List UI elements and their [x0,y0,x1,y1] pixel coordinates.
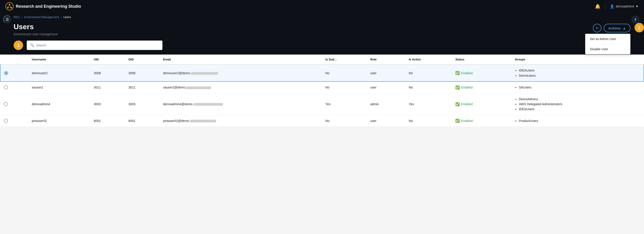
cell-role: admin [366,93,405,115]
cell-uid: 8001 [90,115,125,126]
page-header: Users Environment user management ↻ Acti… [0,19,644,40]
col-issudo[interactable]: Is Sud... [322,54,366,64]
col-status[interactable]: Status [452,54,511,64]
status-badge: ✅ Enabled [455,85,508,90]
cell-email: demouser2@demo. [159,64,322,82]
table-row[interactable]: demoadmin4 3003 3003 demoadmin4@demo. Ye… [0,93,644,115]
search-icon: 🔍 [30,43,34,47]
search-area: 1 🔍 [0,40,644,54]
radio-button[interactable] [4,102,8,106]
username-label: demoadmin4 [616,4,634,8]
check-circle-icon: ✅ [455,71,460,75]
cell-isactive: No [405,82,452,93]
col-username[interactable]: Username [28,54,90,64]
page-header-right: ↻ Actions ▲ Set as Admin User Disable Us… [593,24,630,32]
svg-point-0 [6,2,13,10]
status-badge: ✅ Enabled [455,118,508,123]
svg-line-4 [8,4,10,8]
col-role[interactable]: Role [366,54,405,64]
notification-bell-icon[interactable]: 🔔 [595,4,600,9]
action-disable-user[interactable]: Disable User [586,44,630,54]
table-row[interactable]: sauser2 3011 3011 sauser2@demo. No user … [0,82,644,93]
cell-status: ✅ Enabled [452,64,511,82]
refresh-button[interactable]: ↻ [593,24,602,32]
col-uid[interactable]: UID [90,54,125,64]
cell-username: demoadmin4 [28,93,90,115]
cell-gid: 3006 [125,64,159,82]
col-isactive[interactable]: Is Active [405,54,452,64]
breadcrumb-middle[interactable]: Environment Management [24,16,58,19]
user-menu[interactable]: 👤 demoadmin4 ▼ [610,4,638,8]
cell-username: demouser2 [28,64,90,82]
groups-list: ProductUsers [515,118,640,123]
groups-list: DemoAdmins AWS Delegated Administrators … [515,97,640,112]
cell-uid: 3006 [90,64,125,82]
row-select-cell[interactable] [0,82,28,93]
status-badge: ✅ Enabled [455,71,508,75]
cell-status: ✅ Enabled [452,82,511,93]
nav-divider [605,3,605,10]
breadcrumb: RES › Environment Management › Users [0,13,644,19]
top-navigation: Research and Engineering Studio 🔔 👤 demo… [0,0,644,13]
search-input[interactable] [36,44,159,47]
cell-groups: SAUsers [511,82,644,93]
email-redacted [186,86,211,89]
users-table: Username UID GID Email Is Sud... Role Is… [0,54,644,127]
cell-issudo: Yes [322,93,366,115]
page-header-left: Users Environment user management [14,22,58,36]
cell-isactive: No [405,64,452,82]
svg-line-5 [10,4,11,8]
cell-email: demoadmin4@demo. [159,93,322,115]
radio-button-selected[interactable] [4,71,8,75]
check-circle-icon: ✅ [455,102,460,106]
main-content: RES › Environment Management › Users Use… [0,13,644,127]
group-item: DemoAdmins [519,97,640,102]
search-box: 🔍 [27,40,162,50]
logo-svg [6,2,14,10]
actions-button[interactable]: Actions ▲ [604,24,630,32]
actions-chevron-icon: ▲ [622,26,626,30]
cell-username: pmtuser02 [28,115,90,126]
email-redacted [194,103,223,106]
action-set-admin[interactable]: Set as Admin User [586,34,630,44]
users-table-container: Username UID GID Email Is Sud... Role Is… [0,54,644,127]
cell-issudo: No [322,82,366,93]
chevron-down-icon: ▼ [636,4,638,8]
col-select [0,54,28,64]
cell-email: sauser2@demo. [159,82,322,93]
breadcrumb-sep-2: › [61,16,62,19]
actions-container: Actions ▲ Set as Admin User Disable User [604,24,630,32]
table-row[interactable]: demouser2 3006 3006 demouser2@demo. No u… [0,64,644,82]
table-row[interactable]: pmtuser02 8001 6001 pmtuser02@demo. No u… [0,115,644,126]
row-select-cell[interactable] [0,93,28,115]
row-select-cell[interactable] [0,64,28,82]
breadcrumb-sep-1: › [22,16,22,19]
cell-gid: 3003 [125,93,159,115]
group-item: IDEAUsers [519,68,640,73]
app-logo: Research and Engineering Studio [6,2,81,10]
refresh-icon: ↻ [596,26,599,30]
radio-button[interactable] [4,85,8,90]
cell-gid: 3011 [125,82,159,93]
breadcrumb-root[interactable]: RES [14,16,20,19]
cell-username: sauser2 [28,82,90,93]
check-circle-icon: ✅ [455,118,460,123]
cell-uid: 3011 [90,82,125,93]
info-circle-button[interactable]: i [631,16,640,24]
status-badge: ✅ Enabled [455,102,508,106]
app-title: Research and Engineering Studio [16,4,81,9]
cell-status: ✅ Enabled [452,93,511,115]
nav-right: 🔔 👤 demoadmin4 ▼ [595,3,638,10]
nav-left: Research and Engineering Studio [6,2,81,10]
col-groups[interactable]: Groups [511,54,644,64]
sidebar-toggle-button[interactable]: ☰ [3,16,11,24]
groups-list: SAUsers [515,85,640,90]
radio-button[interactable] [4,119,8,123]
page-title: Users [14,22,58,31]
col-email[interactable]: Email [159,54,322,64]
cell-isactive: No [405,115,452,126]
col-gid[interactable]: GID [125,54,159,64]
group-item: SAUsers [519,85,640,90]
row-select-cell[interactable] [0,115,28,126]
group-item: DemoUsers [519,73,640,78]
